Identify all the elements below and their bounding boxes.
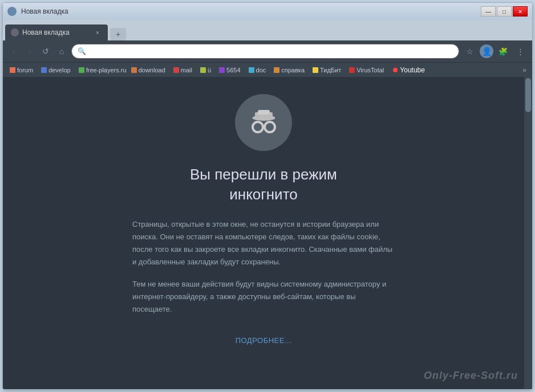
avatar-icon: 👤 [482,47,492,56]
tab-title: Новая вкладка [22,28,90,36]
bookmark-star-button[interactable]: ☆ [463,44,477,59]
bookmark-favicon [10,67,15,73]
back-button[interactable]: ‹ [7,45,20,58]
bookmark-favicon [41,67,47,73]
profile-avatar[interactable]: 👤 [480,44,493,58]
bookmark-doc[interactable]: doc [245,66,270,75]
youtube-dot-icon [393,68,398,72]
bookmark-forum[interactable]: forum [6,66,37,75]
bookmark-youtube[interactable]: Youtube [388,65,429,75]
titlebar: Новая вкладка — □ ✕ [3,3,532,20]
bookmark-label: справка [281,67,305,74]
incognito-icon-circle [235,94,292,151]
address-input[interactable] [90,47,453,55]
incognito-para2: Тем не менее ваши действия будут видны с… [132,278,395,316]
new-tab-button[interactable]: + [110,28,126,40]
bookmark-label: ТидБит [320,67,341,74]
bookmark-label: download [139,67,165,74]
svg-point-6 [268,125,272,129]
active-tab[interactable]: Новая вкладка × [5,24,108,40]
toolbar: ‹ › ↺ ⌂ 🔍 ☆ 👤 🧩 ⋮ [3,40,532,62]
main-content: Вы перешли в режиминкогнито Страницы, от… [3,77,532,389]
bookmarks-more-button[interactable]: » [520,65,529,75]
close-button[interactable]: ✕ [513,6,528,17]
bookmark-favicon [200,67,206,73]
bookmark-spravka[interactable]: справка [270,66,308,75]
youtube-label: Youtube [400,66,425,74]
bookmark-favicon [173,67,179,73]
tab-bar: Новая вкладка × + [3,20,532,40]
bookmark-label: develop [48,67,71,74]
window-title: Новая вкладка [21,7,481,15]
bookmark-favicon [131,67,137,73]
bookmark-u[interactable]: ü [197,66,214,75]
bookmarks-bar: forum develop free-players.ru download m… [3,62,532,77]
bookmark-label: 5654 [226,67,240,74]
bookmark-tidbit[interactable]: ТидБит [309,66,344,75]
forward-button[interactable]: › [23,45,36,58]
window-controls: — □ ✕ [481,6,528,17]
scrollbar-track[interactable] [524,77,532,389]
address-bar[interactable]: 🔍 [71,44,459,59]
bookmark-develop[interactable]: develop [38,66,74,75]
home-button[interactable]: ⌂ [55,45,68,58]
minimize-button[interactable]: — [481,6,496,17]
svg-rect-2 [258,110,270,115]
browser-icon [7,7,17,16]
scrollbar-thumb[interactable] [525,78,531,112]
tab-favicon [11,28,19,36]
svg-point-5 [256,125,260,129]
incognito-page: Вы перешли в режиминкогнито Страницы, от… [3,77,524,389]
bookmark-label: free-players.ru [86,67,127,74]
bookmark-5654[interactable]: 5654 [216,66,244,75]
bookmark-favicon [79,67,84,73]
bookmark-favicon [349,67,355,73]
incognito-body: Страницы, открытые в этом окне, не остан… [132,218,395,325]
tab-close-button[interactable]: × [93,28,102,37]
incognito-svg [245,104,282,141]
search-icon: 🔍 [78,47,86,55]
bookmark-favicon [274,67,279,73]
bookmark-favicon [249,67,254,73]
bookmark-mail[interactable]: mail [170,66,196,75]
bookmark-free-players[interactable]: free-players.ru [75,66,127,75]
bookmark-label: doc [256,67,266,74]
incognito-title: Вы перешли в режиминкогнито [190,165,337,205]
bookmark-label: mail [181,67,192,74]
bookmark-favicon [219,67,225,73]
more-link[interactable]: ПОДРОБНЕЕ... [236,336,292,345]
reload-button[interactable]: ↺ [39,45,52,58]
bookmark-virustotal[interactable]: VirusTotal [346,66,387,75]
bookmark-label: VirusTotal [356,67,384,74]
maximize-button[interactable]: □ [497,6,512,17]
toolbar-right: ☆ 👤 🧩 ⋮ [463,44,528,59]
extensions-button[interactable]: 🧩 [496,44,510,59]
bookmark-download[interactable]: download [128,66,169,75]
menu-button[interactable]: ⋮ [513,44,528,59]
bookmark-favicon [313,67,318,73]
bookmark-label: ü [208,67,211,74]
bookmark-label: forum [17,67,33,74]
incognito-para1: Страницы, открытые в этом окне, не остан… [132,218,395,268]
browser-window: Новая вкладка — □ ✕ Новая вкладка × + ‹ … [2,2,533,390]
